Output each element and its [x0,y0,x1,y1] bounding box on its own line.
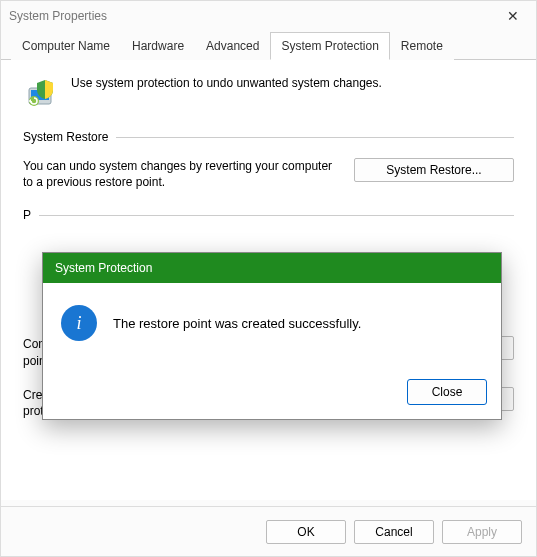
tab-hardware[interactable]: Hardware [121,32,195,60]
window-title: System Properties [9,9,107,23]
apply-button: Apply [442,520,522,544]
info-icon: i [61,305,97,341]
tab-advanced[interactable]: Advanced [195,32,270,60]
system-restore-button[interactable]: System Restore... [354,158,514,182]
group-system-restore: System Restore [23,130,514,144]
intro-text: Use system protection to undo unwanted s… [71,74,382,110]
tab-strip: Computer Name Hardware Advanced System P… [1,31,536,60]
close-button[interactable]: Close [407,379,487,405]
divider [116,137,514,138]
dialog-buttons: OK Cancel Apply [1,506,536,556]
cancel-button[interactable]: Cancel [354,520,434,544]
tab-computer-name[interactable]: Computer Name [11,32,121,60]
protection-shield-icon [23,74,59,110]
dialog-message: The restore point was created successful… [113,316,361,331]
confirmation-dialog: System Protection i The restore point wa… [42,252,502,420]
dialog-body: i The restore point was created successf… [43,283,501,369]
tab-system-protection[interactable]: System Protection [270,32,389,60]
close-icon[interactable]: ✕ [498,8,528,24]
dialog-title: System Protection [43,253,501,283]
intro-row: Use system protection to undo unwanted s… [23,74,514,110]
restore-desc: You can undo system changes by reverting… [23,158,340,190]
restore-row: You can undo system changes by reverting… [23,158,514,190]
titlebar: System Properties ✕ [1,1,536,31]
system-properties-window: System Properties ✕ Computer Name Hardwa… [0,0,537,557]
dialog-footer: Close [43,369,501,419]
group-protection-settings: P [23,208,514,222]
tab-remote[interactable]: Remote [390,32,454,60]
ok-button[interactable]: OK [266,520,346,544]
divider [39,215,514,216]
group-label-restore: System Restore [23,130,108,144]
group-label-settings: P [23,208,31,222]
